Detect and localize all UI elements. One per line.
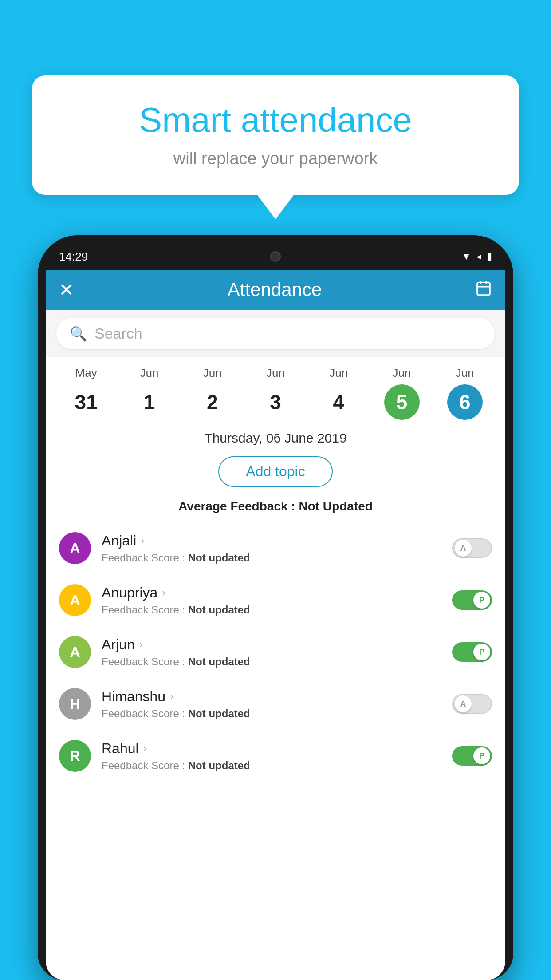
selected-date-label: Thursday, 06 June 2019 [46, 420, 505, 453]
attendance-toggle[interactable]: P [452, 642, 492, 662]
bubble-subtitle: will replace your paperwork [59, 149, 492, 168]
feedback-score: Feedback Score : Not updated [102, 707, 452, 720]
svg-rect-0 [477, 282, 490, 295]
status-icons: ▼ ◂ ▮ [461, 251, 492, 262]
cal-day-1[interactable]: Jun1 [130, 366, 169, 420]
student-name: Rahul › [102, 740, 452, 757]
battery-icon: ▮ [487, 251, 492, 262]
cal-day-0[interactable]: May31 [67, 366, 106, 420]
cal-day-4[interactable]: Jun4 [319, 366, 358, 420]
search-icon: 🔍 [70, 325, 87, 342]
toggle-knob: P [473, 592, 490, 609]
cal-day-2[interactable]: Jun2 [193, 366, 232, 420]
avatar: A [59, 636, 91, 668]
add-topic-button[interactable]: Add topic [218, 456, 332, 487]
attendance-toggle[interactable]: A [452, 538, 492, 558]
student-info: Arjun ›Feedback Score : Not updated [102, 636, 452, 668]
toggle-knob: A [455, 540, 472, 557]
cal-day-6[interactable]: Jun6 [445, 366, 484, 420]
chevron-right-icon: › [170, 690, 173, 703]
student-list: AAnjali ›Feedback Score : Not updatedAAA… [46, 522, 505, 782]
feedback-score: Feedback Score : Not updated [102, 604, 452, 616]
speech-bubble-card: Smart attendance will replace your paper… [32, 75, 519, 195]
student-item[interactable]: AAnupriya ›Feedback Score : Not updatedP [46, 574, 505, 626]
toggle-container[interactable]: P [452, 590, 492, 610]
cal-month-label: Jun [203, 366, 222, 380]
calendar-strip[interactable]: May31Jun1Jun2Jun3Jun4Jun5Jun6 [46, 357, 505, 420]
toggle-knob: P [473, 747, 490, 764]
student-name: Himanshu › [102, 688, 452, 705]
search-placeholder: Search [94, 325, 142, 342]
app-header: ✕ Attendance [46, 270, 505, 310]
attendance-toggle[interactable]: A [452, 694, 492, 714]
cal-date-num[interactable]: 1 [131, 384, 167, 420]
avatar: A [59, 584, 91, 616]
student-info: Himanshu ›Feedback Score : Not updated [102, 688, 452, 720]
cal-month-label: Jun [393, 366, 411, 380]
close-button[interactable]: ✕ [59, 280, 74, 300]
student-item[interactable]: AAnjali ›Feedback Score : Not updatedA [46, 522, 505, 574]
toggle-container[interactable]: A [452, 694, 492, 714]
search-bar[interactable]: 🔍 Search [56, 318, 495, 349]
chevron-right-icon: › [141, 534, 144, 547]
cal-date-num[interactable]: 2 [195, 384, 230, 420]
toggle-container[interactable]: P [452, 642, 492, 662]
attendance-toggle[interactable]: P [452, 590, 492, 610]
student-name: Arjun › [102, 636, 452, 653]
cal-month-label: Jun [329, 366, 348, 380]
avatar: R [59, 740, 91, 772]
cal-date-num[interactable]: 4 [321, 384, 356, 420]
signal-icon: ◂ [476, 251, 481, 262]
toggle-container[interactable]: A [452, 538, 492, 558]
cal-month-label: Jun [140, 366, 158, 380]
wifi-icon: ▼ [461, 251, 471, 262]
avg-feedback-label: Average Feedback : [178, 499, 299, 513]
avg-feedback: Average Feedback : Not Updated [46, 496, 505, 522]
avatar: A [59, 532, 91, 564]
feedback-score: Feedback Score : Not updated [102, 656, 452, 668]
cal-month-label: Jun [456, 366, 474, 380]
header-title: Attendance [228, 279, 322, 300]
student-name: Anjali › [102, 533, 452, 549]
status-time: 14:29 [59, 250, 88, 264]
phone-frame: 14:29 ▼ ◂ ▮ ✕ Attendance [38, 235, 513, 980]
chevron-right-icon: › [143, 742, 147, 755]
toggle-knob: A [455, 695, 472, 712]
feedback-score: Feedback Score : Not updated [102, 552, 452, 564]
student-item[interactable]: RRahul ›Feedback Score : Not updatedP [46, 730, 505, 782]
cal-day-3[interactable]: Jun3 [256, 366, 295, 420]
student-item[interactable]: HHimanshu ›Feedback Score : Not updatedA [46, 678, 505, 730]
add-topic-container: Add topic [46, 453, 505, 496]
cal-month-label: Jun [266, 366, 285, 380]
phone-screen: ✕ Attendance 🔍 Search May31Jun1Jun2Jun3J… [46, 270, 505, 980]
student-info: Anjali ›Feedback Score : Not updated [102, 533, 452, 564]
cal-day-5[interactable]: Jun5 [382, 366, 421, 420]
student-item[interactable]: AArjun ›Feedback Score : Not updatedP [46, 626, 505, 678]
cal-month-label: May [75, 366, 97, 380]
avatar: H [59, 688, 91, 720]
phone-notch [249, 243, 302, 270]
cal-date-num[interactable]: 5 [384, 384, 420, 420]
student-info: Anupriya ›Feedback Score : Not updated [102, 585, 452, 616]
cal-date-num[interactable]: 31 [68, 384, 104, 420]
toggle-knob: P [473, 644, 490, 660]
feedback-score: Feedback Score : Not updated [102, 759, 452, 772]
student-name: Anupriya › [102, 585, 452, 601]
attendance-toggle[interactable]: P [452, 746, 492, 766]
cal-date-num[interactable]: 6 [447, 384, 483, 420]
chevron-right-icon: › [162, 586, 165, 599]
avg-feedback-value: Not Updated [299, 499, 372, 513]
search-container: 🔍 Search [46, 310, 505, 357]
chevron-right-icon: › [139, 638, 143, 651]
cal-date-num[interactable]: 3 [258, 384, 293, 420]
toggle-container[interactable]: P [452, 746, 492, 766]
calendar-button[interactable] [475, 280, 492, 300]
camera [270, 251, 281, 262]
student-info: Rahul ›Feedback Score : Not updated [102, 740, 452, 772]
bubble-title: Smart attendance [59, 100, 492, 140]
